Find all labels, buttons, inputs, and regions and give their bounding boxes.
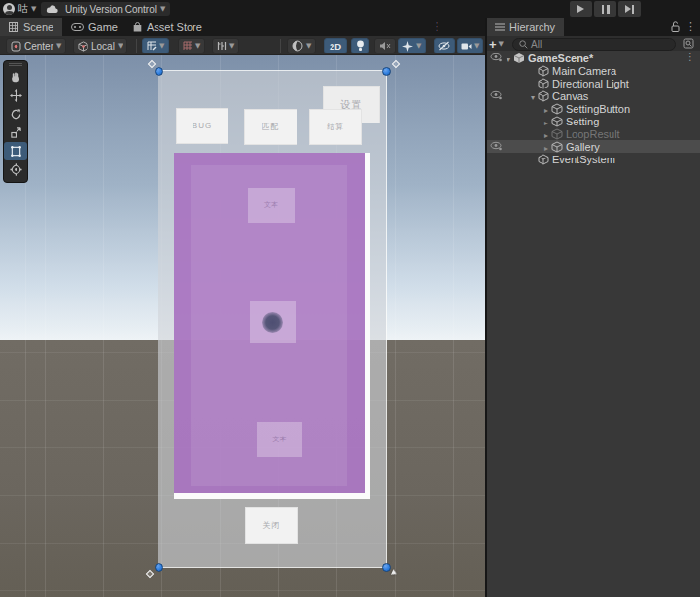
gallery-item-image[interactable] [250, 301, 296, 343]
camera-settings-button[interactable]: ▼ [457, 38, 483, 53]
scene-viewport[interactable]: 设置 BUG 匹配 结算 文本 文本 [0, 55, 486, 597]
match-button-ui[interactable]: 匹配 [244, 109, 298, 145]
tab-scene[interactable]: Scene [0, 18, 62, 36]
result-button-ui[interactable]: 结算 [309, 109, 362, 145]
account-avatar-icon[interactable] [3, 3, 15, 15]
grid-snapping-button[interactable]: ▼ [142, 38, 169, 53]
scene-visibility-eye-icon[interactable] [490, 141, 503, 152]
chevron-down-icon: ▼ [306, 42, 311, 50]
rect-tool-icon [10, 145, 22, 158]
hierarchy-row-canvas[interactable]: Canvas [486, 89, 700, 102]
2d-mode-button[interactable]: 2D [324, 38, 347, 53]
rotate-icon [10, 108, 22, 121]
step-button[interactable] [618, 1, 641, 17]
rect-handle-top-right[interactable] [382, 67, 391, 76]
foldout-closed-icon[interactable] [542, 141, 551, 153]
foldout-closed-icon[interactable] [542, 116, 551, 127]
play-controls [570, 1, 641, 17]
gallery-item-top[interactable]: 文本 [248, 188, 295, 223]
step-icon [625, 5, 631, 13]
tool-handle-rotation-button[interactable]: Local ▼ [73, 38, 127, 53]
play-button[interactable] [570, 1, 592, 17]
hierarchy-row-loopresult[interactable]: LoopResult [486, 127, 700, 140]
view-hand-tool-button[interactable] [4, 68, 27, 87]
pause-icon [602, 5, 605, 14]
scene-visibility-eye-icon[interactable] [490, 53, 503, 63]
chevron-down-icon: ▼ [416, 42, 421, 50]
scene-panel-menu-icon[interactable]: ⋮ [432, 20, 442, 33]
foldout-closed-icon[interactable] [542, 103, 551, 115]
overlay-drag-handle[interactable] [9, 63, 22, 66]
hierarchy-row-main-camera[interactable]: Main Camera [486, 64, 700, 77]
transform-icon [10, 163, 22, 176]
scene-visibility-eye-icon[interactable] [490, 90, 503, 101]
unity-editor-window: 咕 ▼ Unity Version Control ▼ Scene [0, 0, 700, 597]
tab-game[interactable]: Game [62, 18, 126, 36]
horizontal-scrollbar[interactable] [174, 493, 365, 499]
hidden-objects-button[interactable] [434, 38, 455, 53]
hierarchy-row-gallery[interactable]: Gallery [486, 140, 700, 153]
rect-handle-bottom-right[interactable] [382, 563, 391, 572]
ruler-bars-icon [217, 41, 227, 51]
scene-view-toolbar: Center ▼ Local ▼ ▼ ▼ ▼ [0, 36, 486, 55]
scene-tools-overlay [3, 60, 28, 183]
hierarchy-row-settingbutton[interactable]: SettingButton [486, 102, 700, 115]
account-menu[interactable]: 咕 ▼ [18, 2, 36, 16]
rect-tool-button[interactable] [4, 142, 27, 160]
scene-menu-icon[interactable]: ⋮ [685, 52, 695, 62]
tab-hierarchy[interactable]: Hierarchy [486, 18, 564, 36]
hierarchy-row-directional-light[interactable]: Directional Light [486, 77, 700, 89]
search-icon [519, 40, 528, 49]
create-object-button[interactable]: + ▼ [489, 37, 504, 51]
hierarchy-row-setting[interactable]: Setting [486, 115, 700, 127]
hand-icon [9, 71, 22, 84]
hierarchy-search-input[interactable]: All [512, 38, 676, 51]
shopping-bag-icon [133, 22, 142, 32]
hierarchy-list-icon [495, 23, 505, 31]
light-bulb-icon [356, 40, 365, 52]
draw-mode-button[interactable]: ▼ [287, 38, 316, 53]
foldout-closed-icon[interactable] [542, 128, 551, 140]
account-name: 咕 [18, 2, 28, 16]
search-window-icon[interactable] [683, 38, 694, 49]
close-button-ui[interactable]: 关闭 [245, 507, 298, 544]
unlock-icon[interactable] [671, 21, 680, 32]
local-cube-icon [78, 41, 88, 52]
hierarchy-row-gamescene[interactable]: GameScene* ⋮ [486, 52, 700, 64]
version-control-button[interactable]: Unity Version Control ▼ [60, 2, 170, 16]
hierarchy-header-icons: ⋮ [671, 18, 700, 36]
foldout-open-icon[interactable] [528, 90, 538, 102]
effects-sparkle-icon [402, 41, 413, 52]
tab-asset-store[interactable]: Asset Store [124, 18, 211, 36]
gameobject-cube-icon [538, 90, 549, 102]
rect-handle-top-left[interactable] [155, 67, 163, 76]
panel-splitter[interactable] [485, 18, 487, 597]
canvas-rect-selection[interactable]: 设置 BUG 匹配 结算 文本 文本 [158, 71, 386, 567]
transform-tool-button[interactable] [4, 160, 27, 179]
hierarchy-row-eventsystem[interactable]: EventSystem [486, 153, 700, 165]
bug-button-ui[interactable]: BUG [176, 108, 228, 144]
chevron-down-icon: ▼ [160, 5, 165, 13]
rect-handle-bottom-left[interactable] [155, 563, 163, 572]
camera-icon [461, 42, 472, 51]
grid-visibility-button[interactable]: ▼ [178, 38, 205, 53]
rotate-tool-button[interactable] [4, 105, 27, 123]
effects-toggle-button[interactable]: ▼ [398, 38, 426, 53]
grid-icon [183, 41, 192, 51]
foldout-open-icon[interactable] [504, 53, 513, 64]
tool-handle-position-button[interactable]: Center ▼ [6, 38, 66, 53]
scale-tool-button[interactable] [4, 123, 27, 142]
chevron-down-icon: ▼ [31, 5, 36, 13]
hierarchy-panel: GameScene* ⋮ Main Camera Directional Lig… [486, 51, 700, 597]
lighting-toggle-button[interactable] [351, 38, 369, 53]
hierarchy-panel-menu-icon[interactable]: ⋮ [685, 20, 696, 33]
eye-slash-icon [438, 41, 450, 51]
scale-icon [10, 126, 22, 139]
gallery-item-bottom[interactable]: 文本 [257, 422, 302, 457]
move-tool-button[interactable] [4, 87, 27, 105]
gallery-scrollview[interactable]: 文本 文本 [174, 153, 370, 499]
snap-increment-button[interactable]: ▼ [212, 38, 239, 53]
vertical-scrollbar[interactable] [365, 153, 370, 499]
pause-button[interactable] [594, 1, 616, 17]
audio-toggle-button[interactable] [374, 38, 396, 53]
